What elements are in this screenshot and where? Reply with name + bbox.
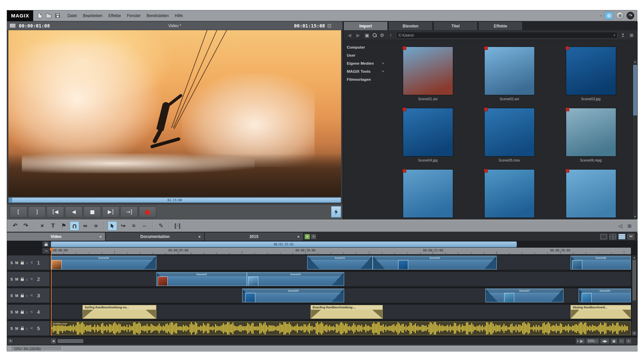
audio-clip[interactable]: Sunrise.wav bbox=[51, 321, 631, 335]
video-clip[interactable]: Scene09 bbox=[579, 289, 631, 302]
track-options-icon[interactable]: ⁖ bbox=[30, 326, 33, 330]
video-clip[interactable]: Scene03 bbox=[156, 272, 247, 286]
tab-import[interactable]: Import bbox=[343, 21, 388, 30]
menu-item-datei[interactable]: Datei bbox=[64, 10, 80, 21]
media-item[interactable] bbox=[469, 169, 550, 218]
resize-track-icon[interactable]: ↕ bbox=[26, 261, 28, 265]
mark-in-button[interactable]: [ bbox=[10, 206, 27, 218]
track-lane-3[interactable]: Scene05Scene07Scene09 bbox=[51, 288, 631, 303]
menu-item-fenster[interactable]: Fenster bbox=[124, 10, 144, 21]
media-thumbnail[interactable] bbox=[403, 108, 453, 157]
mouse-mode-curve-icon[interactable]: ≈ bbox=[129, 221, 139, 231]
menu-item-hilfe[interactable]: Hilfe bbox=[172, 10, 186, 21]
mute-button[interactable]: M bbox=[15, 294, 18, 298]
track-options-icon[interactable]: ⁖ bbox=[30, 260, 33, 265]
layout-monitor-icon[interactable] bbox=[628, 234, 634, 239]
zoom-out-button[interactable]: − bbox=[619, 338, 625, 344]
media-item[interactable] bbox=[387, 169, 469, 218]
add-movie-tab-button[interactable]: + bbox=[305, 234, 310, 239]
resize-track-icon[interactable]: ↕ bbox=[26, 326, 28, 330]
title-clip[interactable]: Surfing Randbeschneidung-Au... bbox=[83, 305, 156, 319]
attach-icon[interactable]: ✎. bbox=[156, 221, 166, 231]
mouse-mode-stretch-icon[interactable]: ⇔. bbox=[140, 221, 149, 231]
video-clip[interactable]: Scene06 bbox=[51, 256, 156, 269]
movie-tab-2015[interactable]: 2015× bbox=[205, 233, 303, 241]
tree-item-user[interactable]: User bbox=[343, 51, 387, 59]
track-options-icon[interactable]: ⁖ bbox=[30, 293, 33, 298]
video-clip[interactable]: Scene02 bbox=[247, 272, 344, 286]
track-lane-4[interactable]: Surfing Randbeschneidung-Au...Boarding R… bbox=[51, 304, 631, 319]
media-thumbnail[interactable] bbox=[403, 47, 453, 95]
media-item[interactable]: Scene06.mpg bbox=[550, 108, 632, 162]
layout-grid-icon[interactable] bbox=[609, 234, 616, 239]
record-button[interactable]: ● bbox=[139, 206, 156, 218]
view-options-icon[interactable]: ⊞ bbox=[628, 33, 635, 38]
solo-button[interactable]: S bbox=[10, 277, 13, 281]
track-header-5[interactable]: SM↕⁖5 bbox=[7, 321, 50, 336]
lock-track-icon[interactable] bbox=[21, 260, 24, 266]
to-end-button[interactable]: →] bbox=[120, 206, 138, 218]
title-clip[interactable]: Skating Randbeschneid... bbox=[571, 305, 631, 319]
media-thumbnail[interactable] bbox=[484, 169, 535, 218]
solo-button[interactable]: S bbox=[10, 294, 13, 298]
mark-out-button[interactable]: ] bbox=[28, 206, 46, 218]
video-clip[interactable]: Scene01 bbox=[307, 256, 373, 269]
preview-scrub-bar[interactable]: 01:15:08 bbox=[8, 197, 341, 203]
mute-button[interactable]: M bbox=[15, 261, 18, 265]
movie-tab-documentation[interactable]: Documentation× bbox=[106, 233, 204, 241]
audio-output-icon[interactable]: ◁. bbox=[618, 223, 623, 229]
search-icon[interactable] bbox=[372, 33, 377, 37]
previous-frame-button[interactable]: ◀ bbox=[65, 206, 83, 218]
new-project-icon[interactable] bbox=[38, 13, 42, 18]
track-header-3[interactable]: SM↕⁖3 bbox=[7, 288, 50, 303]
video-clip[interactable]: Scene04 bbox=[373, 256, 497, 269]
track-options-icon[interactable]: ⁖ bbox=[30, 277, 33, 281]
menu-item-bereitstellen[interactable]: Bereitstellen bbox=[144, 10, 172, 21]
video-clip[interactable]: Scene07 bbox=[485, 289, 564, 302]
mute-button[interactable]: M bbox=[15, 326, 18, 330]
back-icon[interactable]: ◀ bbox=[346, 33, 353, 38]
media-item[interactable]: Scene03.jpg bbox=[550, 47, 632, 101]
play-button[interactable]: ▶] bbox=[102, 206, 119, 218]
fit-all-button[interactable]: ▣ bbox=[610, 338, 618, 344]
redo-icon[interactable]: ↷. bbox=[21, 221, 31, 231]
mute-button[interactable]: M bbox=[15, 277, 18, 281]
group-icon[interactable]: ∞ bbox=[80, 221, 90, 231]
lock-all-button[interactable] bbox=[42, 241, 50, 247]
tree-item-computer[interactable]: Computer bbox=[343, 43, 387, 51]
track-zoom-in-button[interactable]: + bbox=[632, 330, 637, 336]
import-icon[interactable]: ▣ bbox=[364, 33, 370, 38]
playhead[interactable] bbox=[51, 248, 52, 336]
track-lane-2[interactable]: Scene03Scene02 bbox=[51, 272, 631, 287]
scroll-up-icon[interactable]: ▲ bbox=[633, 60, 638, 64]
video-clip[interactable]: Scene08 bbox=[571, 256, 631, 269]
settings-mode-icon[interactable]: ⚙ bbox=[604, 12, 613, 19]
up-directory-icon[interactable]: ↑ bbox=[387, 33, 394, 38]
tab-titel[interactable]: Titel bbox=[433, 21, 478, 30]
playback-range-bar[interactable]: 00:01:15:01 bbox=[51, 241, 517, 247]
media-item[interactable]: Scene04.jpg bbox=[387, 108, 469, 162]
ungroup-icon[interactable]: ∝ bbox=[91, 221, 101, 231]
path-dropdown-icon[interactable]: ▾ bbox=[613, 34, 615, 37]
track-lane-1[interactable]: Scene06Scene01Scene04Scene08 bbox=[51, 255, 631, 270]
tab-blenden[interactable]: Blenden bbox=[388, 21, 433, 30]
lock-track-icon[interactable] bbox=[21, 309, 24, 315]
tree-item-eigene-medien[interactable]: Eigene Medien▾ bbox=[343, 59, 387, 67]
tree-item-magix-tools[interactable]: MAGIX Tools▾ bbox=[343, 67, 387, 75]
lock-track-icon[interactable] bbox=[21, 293, 24, 299]
media-thumbnail[interactable] bbox=[566, 47, 616, 95]
upload-icon[interactable]: ↥ bbox=[620, 33, 626, 38]
tab-effekte[interactable]: Effekte bbox=[478, 21, 523, 30]
layout-single-icon[interactable] bbox=[600, 234, 607, 239]
track-header-2[interactable]: SM↕⁖2 bbox=[7, 272, 50, 287]
fit-width-button[interactable]: ◀▶ bbox=[600, 338, 609, 344]
scrollbar-thumb[interactable] bbox=[58, 339, 83, 343]
media-item[interactable]: Scene01.avi bbox=[387, 47, 469, 101]
media-thumbnail[interactable] bbox=[566, 108, 616, 157]
export-mode-icon[interactable]: ↷ bbox=[627, 12, 634, 19]
horizontal-scrollbar[interactable] bbox=[57, 338, 575, 344]
menu-item-bearbeiten[interactable]: Bearbeiten bbox=[80, 10, 105, 21]
scroll-down-icon[interactable]: ▼ bbox=[633, 215, 638, 219]
movie-tab-dropdown[interactable]: ▾ bbox=[311, 234, 316, 239]
media-item[interactable]: Scene02.avi bbox=[469, 47, 550, 101]
